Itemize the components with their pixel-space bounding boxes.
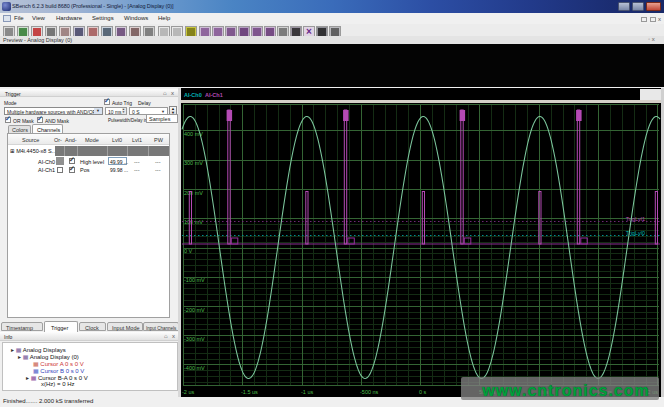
- svg-text:0 V: 0 V: [184, 248, 193, 254]
- svg-text:-100 mV: -100 mV: [184, 277, 205, 283]
- svg-text:-1 us: -1 us: [301, 389, 313, 395]
- svg-text:-1.5 us: -1.5 us: [241, 389, 258, 395]
- svg-text:-200 mV: -200 mV: [184, 307, 205, 313]
- svg-text:-2 us: -2 us: [182, 389, 194, 395]
- svg-text:200 mV: 200 mV: [184, 190, 203, 196]
- svg-text:-400 mV: -400 mV: [184, 365, 205, 371]
- svg-text:-300 mV: -300 mV: [184, 336, 205, 342]
- svg-text:AI-Ch0: AI-Ch0: [184, 92, 202, 98]
- svg-text:300 mV: 300 mV: [184, 160, 203, 166]
- svg-text:0 s: 0 s: [419, 389, 427, 395]
- svg-text:AI-Ch1: AI-Ch1: [205, 92, 223, 98]
- svg-text:TrigLvl1: TrigLvl1: [626, 216, 645, 222]
- svg-text:-500 ns: -500 ns: [360, 389, 379, 395]
